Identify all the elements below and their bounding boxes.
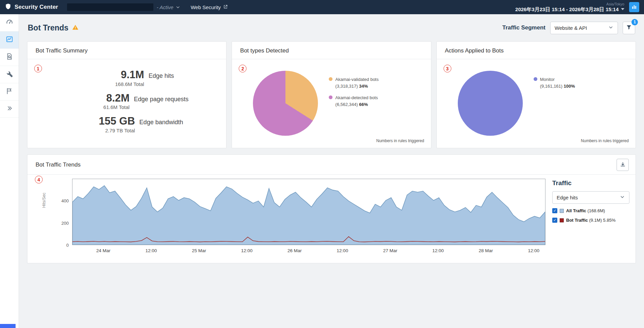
web-security-label: Web Security bbox=[191, 4, 221, 10]
legend-all-traffic-row: All Traffic (168.6M) bbox=[552, 208, 629, 213]
external-link-icon bbox=[223, 4, 228, 10]
actions-applied-card: Actions Applied to Bots 3 Monitor (9,161… bbox=[436, 41, 636, 148]
flag-icon bbox=[6, 87, 13, 96]
bot-traffic-trends-card: Bot Traffic Trends 4 Hits/Sec 0200400 24… bbox=[27, 154, 636, 263]
card-title: Actions Applied to Bots bbox=[437, 42, 636, 59]
date-range-value: 2026年3月23日 15:14 - 2026年3月28日 15:14 bbox=[515, 6, 619, 12]
stat-edge-bandwidth: 155 GB 2.79 TB Total Edge bandwidth bbox=[27, 116, 226, 133]
analytics-chart-icon bbox=[6, 36, 13, 44]
pie-footnote: Numbers in rules triggered bbox=[581, 138, 629, 143]
stat-label: Edge bandwidth bbox=[139, 119, 183, 133]
usage-report-button[interactable] bbox=[629, 2, 639, 12]
chevron-down-icon bbox=[608, 25, 614, 31]
stat-value: 8.2M bbox=[65, 93, 130, 104]
stat-label: Edge hits bbox=[149, 72, 174, 87]
legend-dot bbox=[329, 95, 332, 99]
series-label: All Traffic bbox=[566, 208, 586, 213]
traffic-metric-select[interactable]: Edge hits bbox=[552, 191, 629, 204]
legend-monitor: Monitor (9,161,161) 100% bbox=[534, 76, 575, 89]
series-all-traffic bbox=[72, 185, 545, 245]
card-title: Bot types Detected bbox=[232, 42, 431, 59]
card-title: Bot Traffic Summary bbox=[27, 42, 226, 59]
trend-plot-area bbox=[72, 179, 545, 245]
traffic-panel: Traffic Edge hits All Traffic (168.6M) B… bbox=[545, 179, 631, 257]
series-label: Bot Traffic bbox=[566, 218, 588, 223]
series-detail: (9.1M) bbox=[589, 218, 602, 223]
sidebar-item-tools[interactable] bbox=[0, 66, 19, 83]
date-range-selector[interactable]: Asia/Tokyo 2026年3月23日 15:14 - 2026年3月28日… bbox=[515, 2, 624, 12]
bot-types-pie-chart bbox=[253, 71, 318, 136]
bot-types-detected-card: Bot types Detected 2 Akamai-validated bo… bbox=[232, 41, 431, 148]
bot-traffic-summary-card: Bot Traffic Summary 1 9.1M 168.6M Total … bbox=[27, 41, 227, 148]
x-tick-label: 12:00 bbox=[241, 248, 253, 253]
document-search-icon bbox=[6, 53, 13, 62]
stat-edge-page-requests: 8.2M 61.6M Total Edge page requests bbox=[27, 93, 226, 110]
series-pct: 5.85% bbox=[603, 218, 616, 223]
x-tick-label: 24 Mar bbox=[96, 248, 110, 253]
gauge-icon bbox=[6, 18, 13, 27]
funnel-icon bbox=[626, 24, 632, 31]
bot-traffic-checkbox[interactable] bbox=[552, 218, 557, 223]
legend-detail: (6,562,344) bbox=[335, 102, 358, 107]
stat-total: 168.6M Total bbox=[80, 81, 144, 87]
legend-dot bbox=[329, 77, 332, 81]
sidebar-item-logs[interactable] bbox=[0, 49, 19, 66]
x-axis: 24 Mar12:0025 Mar12:0026 Mar12:0027 Mar1… bbox=[72, 245, 545, 257]
traffic-heading: Traffic bbox=[552, 179, 629, 187]
main-content: Bot Trends Traffic Segment Website & API… bbox=[19, 14, 644, 328]
legend-label: Monitor bbox=[540, 76, 575, 83]
web-security-link[interactable]: Web Security bbox=[191, 4, 228, 10]
x-tick-label: 27 Mar bbox=[383, 248, 397, 253]
legend-pct: 34% bbox=[359, 84, 368, 89]
x-tick-label: 25 Mar bbox=[192, 248, 206, 253]
stat-total: 2.79 TB Total bbox=[71, 128, 135, 133]
account-status[interactable]: - Active bbox=[157, 4, 173, 10]
legend-pct: 66% bbox=[359, 102, 368, 107]
wrench-icon bbox=[6, 70, 13, 79]
chevron-down-icon bbox=[620, 194, 625, 201]
x-tick-label: 12:00 bbox=[146, 248, 157, 253]
annotation-marker-3: 3 bbox=[444, 65, 451, 72]
traffic-metric-value: Edge hits bbox=[557, 195, 578, 200]
legend-detail: (9,161,161) bbox=[540, 84, 563, 89]
trend-chart: Hits/Sec 0200400 24 Mar12:0025 Mar12:002… bbox=[32, 179, 545, 257]
y-tick-label: 0 bbox=[66, 243, 69, 248]
y-axis: 0200400 bbox=[56, 179, 72, 245]
filter-button[interactable]: 1 bbox=[623, 22, 635, 34]
actions-pie-chart bbox=[458, 71, 523, 136]
traffic-segment-label: Traffic Segment bbox=[502, 24, 545, 31]
sidebar-expand-button[interactable] bbox=[0, 101, 19, 118]
x-tick-label: 12:00 bbox=[337, 248, 348, 253]
traffic-segment-select[interactable]: Website & API bbox=[550, 22, 618, 34]
chat-widget-stub[interactable] bbox=[0, 324, 16, 328]
legend-dot bbox=[534, 77, 537, 81]
sidebar-item-analytics[interactable] bbox=[0, 31, 19, 49]
stat-total: 61.6M Total bbox=[65, 104, 130, 110]
x-tick-label: 28 Mar bbox=[479, 248, 493, 253]
all-traffic-checkbox[interactable] bbox=[552, 208, 557, 213]
stat-label: Edge page requests bbox=[134, 96, 189, 110]
x-tick-label: 26 Mar bbox=[287, 248, 302, 253]
download-icon bbox=[620, 161, 626, 168]
stat-value: 9.1M bbox=[80, 69, 144, 81]
stat-edge-hits: 9.1M 168.6M Total Edge hits bbox=[27, 69, 226, 87]
bot-traffic-swatch bbox=[560, 218, 564, 222]
account-chevron-down-icon[interactable] bbox=[175, 5, 180, 10]
filter-count-badge: 1 bbox=[631, 19, 638, 25]
account-name-redacted[interactable] bbox=[67, 3, 153, 11]
sidebar-item-flags[interactable] bbox=[0, 83, 19, 101]
annotation-marker-1: 1 bbox=[34, 65, 42, 72]
double-chevron-right-icon bbox=[6, 105, 13, 113]
shield-icon bbox=[5, 3, 12, 11]
x-tick-label: 12:00 bbox=[528, 248, 539, 253]
all-traffic-swatch bbox=[560, 209, 564, 213]
y-tick-label: 400 bbox=[61, 198, 69, 203]
trend-svg bbox=[72, 179, 545, 245]
top-bar: Security Center - Active Web Security As… bbox=[0, 0, 644, 14]
traffic-segment-value: Website & API bbox=[555, 25, 587, 31]
download-button[interactable] bbox=[617, 159, 629, 171]
legend-label: Akamai-validated bots bbox=[335, 76, 379, 83]
pie-footnote: Numbers in rules triggered bbox=[376, 138, 424, 143]
sidebar-item-dashboard[interactable] bbox=[0, 14, 19, 31]
y-axis-label: Hits/Sec bbox=[42, 193, 46, 208]
